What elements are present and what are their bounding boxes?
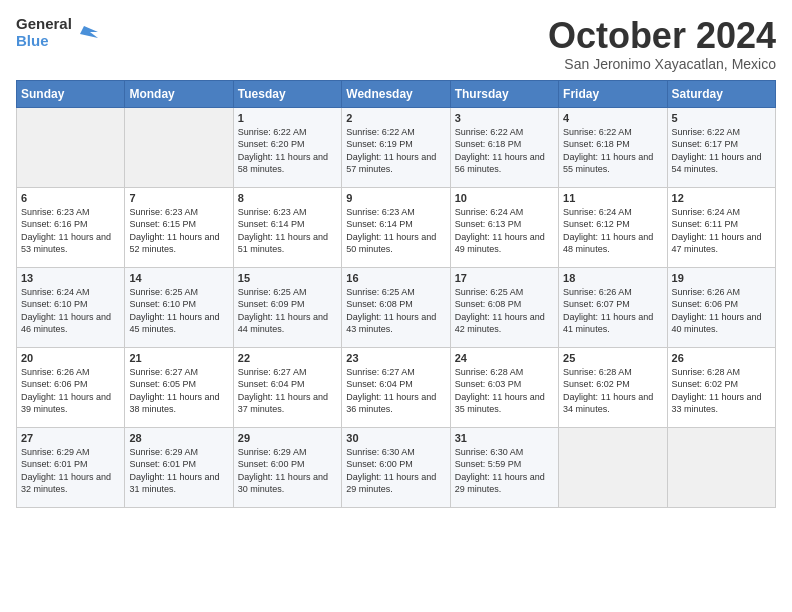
day-number: 7 <box>129 192 228 204</box>
day-number: 13 <box>21 272 120 284</box>
day-number: 16 <box>346 272 445 284</box>
calendar-cell: 19Sunrise: 6:26 AMSunset: 6:06 PMDayligh… <box>667 267 775 347</box>
cell-info: Sunrise: 6:29 AMSunset: 6:01 PMDaylight:… <box>129 446 228 496</box>
day-number: 19 <box>672 272 771 284</box>
cell-info: Sunrise: 6:29 AMSunset: 6:01 PMDaylight:… <box>21 446 120 496</box>
cell-info: Sunrise: 6:27 AMSunset: 6:05 PMDaylight:… <box>129 366 228 416</box>
logo: General Blue <box>16 16 98 49</box>
calendar-cell: 21Sunrise: 6:27 AMSunset: 6:05 PMDayligh… <box>125 347 233 427</box>
day-of-week-header: Wednesday <box>342 80 450 107</box>
calendar-cell: 24Sunrise: 6:28 AMSunset: 6:03 PMDayligh… <box>450 347 558 427</box>
cell-info: Sunrise: 6:28 AMSunset: 6:03 PMDaylight:… <box>455 366 554 416</box>
day-number: 14 <box>129 272 228 284</box>
cell-info: Sunrise: 6:23 AMSunset: 6:15 PMDaylight:… <box>129 206 228 256</box>
calendar-cell: 3Sunrise: 6:22 AMSunset: 6:18 PMDaylight… <box>450 107 558 187</box>
day-number: 2 <box>346 112 445 124</box>
logo-bird-icon <box>76 22 98 44</box>
day-of-week-header: Sunday <box>17 80 125 107</box>
cell-info: Sunrise: 6:23 AMSunset: 6:16 PMDaylight:… <box>21 206 120 256</box>
cell-info: Sunrise: 6:30 AMSunset: 5:59 PMDaylight:… <box>455 446 554 496</box>
cell-info: Sunrise: 6:26 AMSunset: 6:07 PMDaylight:… <box>563 286 662 336</box>
cell-info: Sunrise: 6:23 AMSunset: 6:14 PMDaylight:… <box>238 206 337 256</box>
calendar-cell: 2Sunrise: 6:22 AMSunset: 6:19 PMDaylight… <box>342 107 450 187</box>
calendar-cell: 18Sunrise: 6:26 AMSunset: 6:07 PMDayligh… <box>559 267 667 347</box>
day-number: 3 <box>455 112 554 124</box>
cell-info: Sunrise: 6:28 AMSunset: 6:02 PMDaylight:… <box>563 366 662 416</box>
day-number: 24 <box>455 352 554 364</box>
calendar-cell: 10Sunrise: 6:24 AMSunset: 6:13 PMDayligh… <box>450 187 558 267</box>
cell-info: Sunrise: 6:24 AMSunset: 6:12 PMDaylight:… <box>563 206 662 256</box>
day-of-week-header: Thursday <box>450 80 558 107</box>
cell-info: Sunrise: 6:23 AMSunset: 6:14 PMDaylight:… <box>346 206 445 256</box>
calendar-cell: 29Sunrise: 6:29 AMSunset: 6:00 PMDayligh… <box>233 427 341 507</box>
calendar-cell: 23Sunrise: 6:27 AMSunset: 6:04 PMDayligh… <box>342 347 450 427</box>
cell-info: Sunrise: 6:30 AMSunset: 6:00 PMDaylight:… <box>346 446 445 496</box>
cell-info: Sunrise: 6:24 AMSunset: 6:10 PMDaylight:… <box>21 286 120 336</box>
calendar-cell <box>17 107 125 187</box>
cell-info: Sunrise: 6:28 AMSunset: 6:02 PMDaylight:… <box>672 366 771 416</box>
day-of-week-header: Tuesday <box>233 80 341 107</box>
calendar-week-row: 1Sunrise: 6:22 AMSunset: 6:20 PMDaylight… <box>17 107 776 187</box>
day-number: 27 <box>21 432 120 444</box>
calendar-cell: 9Sunrise: 6:23 AMSunset: 6:14 PMDaylight… <box>342 187 450 267</box>
calendar-cell: 28Sunrise: 6:29 AMSunset: 6:01 PMDayligh… <box>125 427 233 507</box>
cell-info: Sunrise: 6:25 AMSunset: 6:10 PMDaylight:… <box>129 286 228 336</box>
calendar-cell: 31Sunrise: 6:30 AMSunset: 5:59 PMDayligh… <box>450 427 558 507</box>
calendar-cell: 11Sunrise: 6:24 AMSunset: 6:12 PMDayligh… <box>559 187 667 267</box>
day-of-week-header: Monday <box>125 80 233 107</box>
location-subtitle: San Jeronimo Xayacatlan, Mexico <box>548 56 776 72</box>
title-block: October 2024 San Jeronimo Xayacatlan, Me… <box>548 16 776 72</box>
day-number: 22 <box>238 352 337 364</box>
day-number: 28 <box>129 432 228 444</box>
calendar-header-row: SundayMondayTuesdayWednesdayThursdayFrid… <box>17 80 776 107</box>
calendar-cell: 27Sunrise: 6:29 AMSunset: 6:01 PMDayligh… <box>17 427 125 507</box>
cell-info: Sunrise: 6:22 AMSunset: 6:17 PMDaylight:… <box>672 126 771 176</box>
calendar-cell: 16Sunrise: 6:25 AMSunset: 6:08 PMDayligh… <box>342 267 450 347</box>
logo-blue: Blue <box>16 33 72 50</box>
calendar-cell: 15Sunrise: 6:25 AMSunset: 6:09 PMDayligh… <box>233 267 341 347</box>
day-of-week-header: Saturday <box>667 80 775 107</box>
day-number: 26 <box>672 352 771 364</box>
day-number: 5 <box>672 112 771 124</box>
calendar-cell: 17Sunrise: 6:25 AMSunset: 6:08 PMDayligh… <box>450 267 558 347</box>
day-number: 6 <box>21 192 120 204</box>
calendar-cell: 30Sunrise: 6:30 AMSunset: 6:00 PMDayligh… <box>342 427 450 507</box>
calendar-cell: 14Sunrise: 6:25 AMSunset: 6:10 PMDayligh… <box>125 267 233 347</box>
calendar-cell: 22Sunrise: 6:27 AMSunset: 6:04 PMDayligh… <box>233 347 341 427</box>
day-number: 1 <box>238 112 337 124</box>
calendar-cell: 1Sunrise: 6:22 AMSunset: 6:20 PMDaylight… <box>233 107 341 187</box>
cell-info: Sunrise: 6:25 AMSunset: 6:09 PMDaylight:… <box>238 286 337 336</box>
cell-info: Sunrise: 6:22 AMSunset: 6:19 PMDaylight:… <box>346 126 445 176</box>
day-number: 29 <box>238 432 337 444</box>
cell-info: Sunrise: 6:25 AMSunset: 6:08 PMDaylight:… <box>346 286 445 336</box>
cell-info: Sunrise: 6:22 AMSunset: 6:18 PMDaylight:… <box>563 126 662 176</box>
day-number: 11 <box>563 192 662 204</box>
svg-marker-0 <box>80 26 98 38</box>
cell-info: Sunrise: 6:22 AMSunset: 6:20 PMDaylight:… <box>238 126 337 176</box>
calendar-cell: 13Sunrise: 6:24 AMSunset: 6:10 PMDayligh… <box>17 267 125 347</box>
calendar-week-row: 6Sunrise: 6:23 AMSunset: 6:16 PMDaylight… <box>17 187 776 267</box>
day-number: 12 <box>672 192 771 204</box>
day-of-week-header: Friday <box>559 80 667 107</box>
day-number: 25 <box>563 352 662 364</box>
day-number: 8 <box>238 192 337 204</box>
cell-info: Sunrise: 6:27 AMSunset: 6:04 PMDaylight:… <box>238 366 337 416</box>
day-number: 21 <box>129 352 228 364</box>
calendar-cell: 4Sunrise: 6:22 AMSunset: 6:18 PMDaylight… <box>559 107 667 187</box>
day-number: 18 <box>563 272 662 284</box>
cell-info: Sunrise: 6:25 AMSunset: 6:08 PMDaylight:… <box>455 286 554 336</box>
day-number: 23 <box>346 352 445 364</box>
month-title: October 2024 <box>548 16 776 56</box>
calendar-table: SundayMondayTuesdayWednesdayThursdayFrid… <box>16 80 776 508</box>
calendar-cell: 25Sunrise: 6:28 AMSunset: 6:02 PMDayligh… <box>559 347 667 427</box>
calendar-week-row: 27Sunrise: 6:29 AMSunset: 6:01 PMDayligh… <box>17 427 776 507</box>
calendar-cell: 7Sunrise: 6:23 AMSunset: 6:15 PMDaylight… <box>125 187 233 267</box>
day-number: 10 <box>455 192 554 204</box>
cell-info: Sunrise: 6:26 AMSunset: 6:06 PMDaylight:… <box>672 286 771 336</box>
calendar-cell <box>559 427 667 507</box>
cell-info: Sunrise: 6:24 AMSunset: 6:11 PMDaylight:… <box>672 206 771 256</box>
calendar-cell: 20Sunrise: 6:26 AMSunset: 6:06 PMDayligh… <box>17 347 125 427</box>
day-number: 9 <box>346 192 445 204</box>
day-number: 20 <box>21 352 120 364</box>
cell-info: Sunrise: 6:22 AMSunset: 6:18 PMDaylight:… <box>455 126 554 176</box>
